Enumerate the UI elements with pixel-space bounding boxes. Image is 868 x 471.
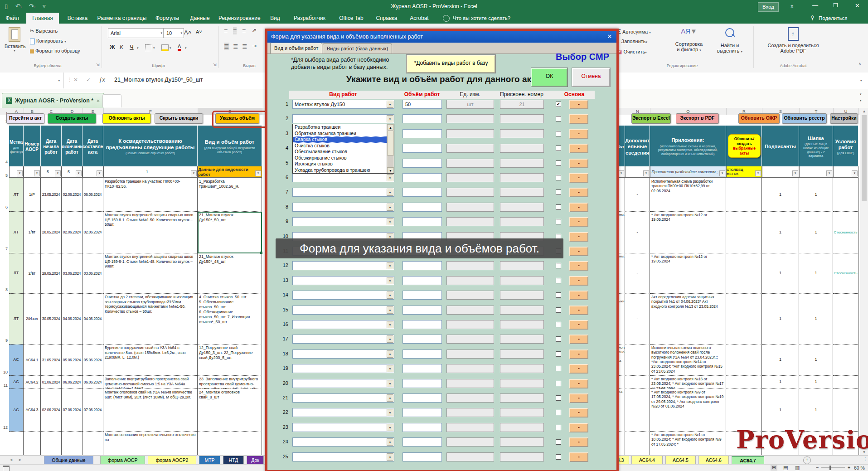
row-header-5[interactable]: 5 <box>0 173 8 178</box>
cell[interactable]: АС64.1 <box>24 345 41 376</box>
combobox-dropdown-icon[interactable]: ▼ <box>387 365 393 372</box>
volume-input[interactable] <box>402 114 442 123</box>
clear-button[interactable]: ◪ Очистить▾ <box>617 49 647 55</box>
volume-input[interactable] <box>402 203 442 212</box>
ribbon-tab-Рецензирование[interactable]: Рецензирование <box>218 13 260 24</box>
cell[interactable]: Исполнительная схема разработки траншеи … <box>650 178 726 212</box>
combobox-dropdown-icon[interactable]: ▼ <box>387 321 393 328</box>
cell[interactable]: 12_Погружение свай Ду150_3_шт. 22_Погруж… <box>198 345 262 376</box>
remove-row-button[interactable]: - <box>569 423 588 432</box>
font-dialog-launcher-icon[interactable]: ⇲ <box>213 63 217 67</box>
combobox-dropdown-icon[interactable]: ▼ <box>387 174 393 181</box>
volume-input[interactable] <box>402 144 442 153</box>
dropdown-item[interactable]: Обратная засыпка траншеи <box>293 131 387 137</box>
filter-dropdown-icon[interactable]: ▼ <box>34 170 40 176</box>
cell[interactable] <box>41 432 62 456</box>
cut-button[interactable]: ✂ Вырезать <box>30 28 58 34</box>
work-type-combobox[interactable]: ▼ <box>292 452 394 461</box>
sheet-tab-АС64.4[interactable]: АС64.4 <box>631 456 663 464</box>
work-type-combobox[interactable]: ▼ <box>292 350 394 359</box>
remove-row-button[interactable]: - <box>569 144 588 153</box>
filter-dropdown-icon[interactable]: ▼ <box>17 170 23 176</box>
remove-row-button[interactable]: - <box>569 203 588 212</box>
cell[interactable]: 1 <box>762 253 799 294</box>
cell[interactable]: ЛТ <box>9 178 24 212</box>
indent-icon[interactable]: ⇥ <box>252 43 257 49</box>
toolbar-button-Создать акты[interactable]: Создать акты <box>48 113 96 124</box>
ribbon-tab-Данные[interactable]: Данные <box>188 13 212 24</box>
dialog-close-icon[interactable]: ✕ <box>606 33 614 41</box>
cell[interactable]: 05.06.2024 <box>62 345 82 376</box>
cell[interactable] <box>726 294 762 345</box>
basis-checkbox[interactable] <box>556 263 561 268</box>
row-header-6[interactable]: 6 <box>0 205 8 209</box>
ribbon-tab-Вставка[interactable]: Вставка <box>64 13 91 24</box>
basis-checkbox[interactable] <box>556 116 561 121</box>
toolbar-button-Перейти в акт[interactable]: Перейти в акт <box>6 113 44 124</box>
work-type-combobox[interactable]: ▼ <box>292 114 394 123</box>
cell[interactable]: ЛТ <box>9 294 24 345</box>
copy-button[interactable]: Копировать ▾ <box>30 38 66 44</box>
filter-cell[interactable]: -▼ <box>24 166 41 178</box>
volume-input[interactable] <box>402 364 442 373</box>
cell[interactable]: 1/вт <box>24 212 41 253</box>
sheet-tab-АС64.6[interactable]: АС64.6 <box>698 456 729 464</box>
dropdown-item[interactable]: Обезжиривание стыков <box>293 155 387 161</box>
ribbon-tab-Главная[interactable]: Главная <box>26 13 59 24</box>
filter-cell[interactable]: -▼ <box>9 166 24 178</box>
filter-cell[interactable]: ▼ <box>762 166 799 178</box>
basis-checkbox[interactable] <box>556 410 561 415</box>
work-type-combobox[interactable]: ▼ <box>292 276 394 285</box>
zoom-in-icon[interactable]: + <box>848 465 850 470</box>
volume-input[interactable] <box>402 452 442 461</box>
italic-button[interactable]: К <box>120 44 123 50</box>
cell[interactable] <box>198 432 262 456</box>
cell[interactable]: - <box>625 178 650 212</box>
combobox-dropdown-icon[interactable]: ▼ <box>387 438 393 446</box>
remove-row-button[interactable]: - <box>569 437 588 447</box>
work-type-combobox[interactable]: ▼ <box>292 203 394 212</box>
combobox-dropdown-icon[interactable]: ▼ <box>387 115 393 122</box>
cell[interactable]: * Акт входного контроля №16 от 23.05.202… <box>650 376 726 389</box>
cell[interactable]: Стесненность <box>833 253 858 294</box>
combobox-dropdown-icon[interactable]: ▼ <box>387 453 393 461</box>
find-select-button[interactable]: Найти ивыделить ▾ <box>712 27 748 53</box>
zoom-slider-thumb[interactable] <box>829 466 831 470</box>
basis-checkbox[interactable] <box>556 381 561 386</box>
volume-input[interactable] <box>402 291 442 300</box>
basis-checkbox[interactable] <box>556 219 561 224</box>
remove-row-button[interactable]: - <box>569 100 588 109</box>
cell[interactable] <box>726 178 762 212</box>
cell[interactable]: 31.05.2024 <box>41 345 62 376</box>
dropdown-item[interactable]: Разработка траншеи <box>293 124 387 131</box>
basis-checkbox[interactable] <box>556 292 561 298</box>
enter-entry-icon[interactable]: ✓ <box>86 77 91 83</box>
filter-cell[interactable]: 5▼ <box>62 166 82 178</box>
basis-checkbox[interactable] <box>556 189 561 195</box>
cell[interactable]: 07.06.2024 <box>62 389 82 432</box>
filter-cell[interactable]: СТОЛБЕЦ МЕТОК▼ <box>726 166 762 178</box>
toolbar-button-Скрыть вкладки[interactable]: Скрыть вкладки <box>155 113 203 124</box>
cell[interactable]: 21_Монтаж втулок Ду150*_48_шт <box>198 253 262 294</box>
dropdown-item[interactable]: Укладка трубопровода в траншею <box>293 167 387 174</box>
cell[interactable] <box>625 432 650 456</box>
filter-dropdown-icon[interactable]: ▼ <box>755 170 761 176</box>
remove-row-button[interactable]: - <box>569 291 588 300</box>
cell[interactable]: 02.06.2024 <box>62 178 82 212</box>
cell[interactable]: * Акт входного контроля №9 от 17.05.2024… <box>650 389 726 432</box>
work-type-combobox[interactable]: ▼ <box>292 335 394 344</box>
cell[interactable]: Монтаж втулок внутренней защиты сварных … <box>103 212 198 253</box>
ribbon-tab-Формулы[interactable]: Формулы <box>153 13 181 24</box>
cell[interactable]: 02.06.2024 <box>62 212 82 253</box>
combobox-dropdown-icon[interactable]: ▼ <box>387 262 393 269</box>
name-box[interactable]: ▾ <box>0 73 64 88</box>
cell[interactable]: Монтаж втулок внутренней защиты сварных … <box>103 253 198 294</box>
volume-input[interactable]: 50 <box>402 100 442 109</box>
cell[interactable] <box>625 376 650 389</box>
orientation-icon[interactable]: ⇗ <box>252 27 257 34</box>
cell[interactable]: 2/вт <box>24 253 41 294</box>
new-sheet-button[interactable]: + <box>803 456 811 464</box>
cell[interactable] <box>833 294 858 345</box>
align-center-icon[interactable]: ≣ <box>233 43 238 50</box>
filter-dropdown-icon[interactable]: ▼ <box>191 170 197 176</box>
